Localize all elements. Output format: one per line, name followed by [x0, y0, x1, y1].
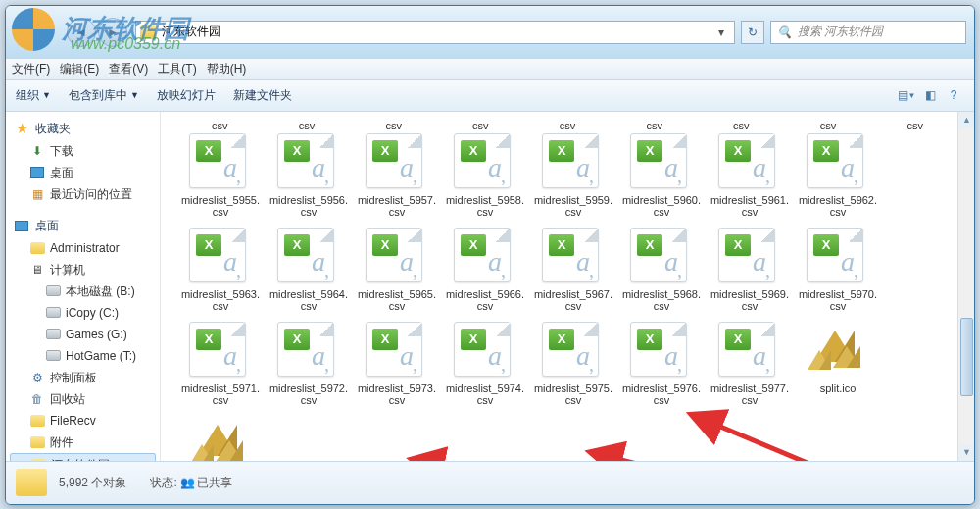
sidebar-administrator[interactable]: Administrator [6, 237, 160, 259]
file-pane[interactable]: csvcsvcsvcsvcsvcsvcsvcsvcsv a,midreslist… [161, 112, 974, 461]
file-label-partial: csv [176, 120, 264, 131]
menu-edit[interactable]: 编辑(E) [60, 61, 99, 77]
file-item[interactable]: a,midreslist_5960.csv [617, 133, 706, 218]
sidebar-attachments[interactable]: 附件 [6, 432, 160, 453]
scroll-thumb[interactable] [960, 318, 973, 397]
sidebar-downloads[interactable]: ⬇下载 [6, 140, 160, 162]
csv-file-icon: a, [366, 228, 428, 284]
disk-icon [45, 327, 61, 342]
sidebar-disk-g[interactable]: Games (G:) [6, 324, 160, 345]
search-placeholder: 搜索 河东软件园 [798, 24, 883, 40]
file-name: midreslist_5966.csv [446, 288, 524, 312]
watermark-logo-icon [12, 8, 55, 51]
toolbar-slideshow[interactable]: 放映幻灯片 [157, 87, 216, 104]
menu-view[interactable]: 查看(V) [109, 61, 148, 77]
file-item[interactable]: a,midreslist_5967.csv [529, 228, 617, 312]
csv-file-icon: a, [366, 133, 428, 190]
sidebar-computer[interactable]: 🖥计算机 [6, 259, 160, 280]
scroll-up-icon[interactable]: ▲ [958, 112, 974, 128]
csv-file-icon: a, [807, 228, 869, 284]
search-input[interactable]: 🔍 搜索 河东软件园 [770, 21, 966, 44]
sidebar-disk-b[interactable]: 本地磁盘 (B:) [6, 280, 160, 302]
download-icon: ⬇ [29, 143, 45, 159]
disk-icon [45, 305, 61, 321]
file-name: midreslist_5975.csv [534, 382, 612, 406]
sidebar-controlpanel[interactable]: ⚙控制面板 [6, 367, 160, 388]
vertical-scrollbar[interactable]: ▲ ▼ [957, 112, 974, 461]
file-item[interactable]: a,midreslist_5974.csv [441, 322, 529, 406]
file-name: midreslist_5955.csv [181, 194, 260, 218]
address-dropdown-icon[interactable]: ▾ [712, 25, 730, 39]
file-item[interactable]: a,midreslist_5957.csv [353, 133, 441, 218]
sidebar-recyclebin[interactable]: 🗑回收站 [6, 388, 160, 410]
sidebar-recent[interactable]: ▦最近访问的位置 [6, 183, 160, 205]
sidebar: ★收藏夹 ⬇下载 桌面 ▦最近访问的位置 桌面 Administrator 🖥计… [6, 112, 161, 461]
file-name: midreslist_5960.csv [622, 194, 701, 218]
file-name: midreslist_5970.csv [799, 288, 877, 312]
csv-file-icon: a, [277, 322, 340, 379]
forward-button[interactable]: ► [98, 18, 127, 47]
sidebar-disk-c[interactable]: iCopy (C:) [6, 302, 160, 324]
image-file-icon [807, 322, 869, 379]
file-item[interactable]: a,midreslist_5972.csv [265, 322, 353, 406]
help-icon[interactable]: ? [943, 84, 964, 106]
csv-file-icon: a, [542, 228, 605, 284]
sidebar-desktop[interactable]: 桌面 [6, 162, 160, 183]
csv-file-icon: a, [189, 228, 252, 284]
file-item[interactable]: a,midreslist_5973.csv [353, 322, 441, 406]
file-item[interactable]: split.png [176, 416, 265, 461]
file-item[interactable]: a,midreslist_5975.csv [529, 322, 617, 406]
desktop-icon [29, 165, 45, 180]
refresh-button[interactable]: ↻ [741, 21, 764, 44]
file-item[interactable]: a,midreslist_5965.csv [353, 228, 441, 312]
file-label-partial: csv [698, 120, 785, 131]
sidebar-favorites-header[interactable]: ★收藏夹 [6, 118, 160, 140]
csv-file-icon: a, [366, 322, 428, 379]
file-item[interactable]: a,midreslist_5971.csv [176, 322, 265, 406]
computer-icon: 🖥 [29, 262, 45, 278]
menu-help[interactable]: 帮助(H) [207, 61, 247, 77]
file-item[interactable]: a,midreslist_5956.csv [265, 133, 353, 218]
csv-file-icon: a, [542, 322, 605, 379]
file-item[interactable]: split.ico [794, 322, 882, 406]
file-item[interactable]: a,midreslist_5958.csv [441, 133, 529, 218]
file-label-partial: csv [524, 120, 612, 131]
file-item[interactable]: a,midreslist_5961.csv [706, 133, 794, 218]
file-item[interactable]: a,midreslist_5968.csv [617, 228, 706, 312]
address-bar[interactable]: 河东软件园 ▾ [135, 21, 735, 44]
sidebar-desktop-header[interactable]: 桌面 [6, 215, 160, 237]
titlebar: 河东软件园 www.pc0359.cn ◄ ► 河东软件园 ▾ ↻ 🔍 搜索 河… [6, 6, 974, 59]
toolbar-organize[interactable]: 组织▼ [16, 87, 51, 104]
file-item[interactable]: a,midreslist_5955.csv [176, 133, 265, 218]
scroll-down-icon[interactable]: ▼ [958, 444, 974, 461]
file-name: midreslist_5956.csv [270, 194, 348, 218]
file-item[interactable]: a,midreslist_5977.csv [706, 322, 794, 406]
file-name: midreslist_5962.csv [799, 194, 877, 218]
file-item[interactable]: a,midreslist_5963.csv [176, 228, 265, 312]
toolbar-newfolder[interactable]: 新建文件夹 [233, 87, 292, 104]
menu-tools[interactable]: 工具(T) [158, 61, 196, 77]
controlpanel-icon: ⚙ [29, 370, 45, 385]
partial-row-labels: csvcsvcsvcsvcsvcsvcsvcsvcsv [176, 120, 958, 133]
file-name: midreslist_5963.csv [181, 288, 260, 312]
file-label-partial: csv [785, 120, 872, 131]
toolbar-include[interactable]: 包含到库中▼ [69, 87, 139, 104]
file-name: midreslist_5969.csv [710, 288, 789, 312]
csv-file-icon: a, [454, 133, 516, 190]
preview-pane-icon[interactable]: ◧ [919, 84, 941, 106]
view-options-icon[interactable]: ▤▼ [896, 84, 917, 106]
file-item[interactable]: a,midreslist_5966.csv [441, 228, 529, 312]
file-item[interactable]: a,midreslist_5969.csv [706, 228, 794, 312]
file-item[interactable]: a,midreslist_5962.csv [794, 133, 882, 218]
file-item[interactable]: a,midreslist_5976.csv [617, 322, 706, 406]
sidebar-filerecv[interactable]: FileRecv [6, 410, 160, 432]
file-item[interactable]: a,midreslist_5964.csv [265, 228, 353, 312]
recent-icon: ▦ [29, 186, 45, 202]
sidebar-current-folder[interactable]: 河东软件园 [10, 453, 156, 461]
disk-icon [45, 348, 61, 364]
back-button[interactable]: ◄ [67, 18, 96, 47]
file-item[interactable]: a,midreslist_5959.csv [529, 133, 617, 218]
menu-file[interactable]: 文件(F) [12, 61, 50, 77]
sidebar-disk-t[interactable]: HotGame (T:) [6, 345, 160, 367]
file-item[interactable]: a,midreslist_5970.csv [794, 228, 882, 312]
